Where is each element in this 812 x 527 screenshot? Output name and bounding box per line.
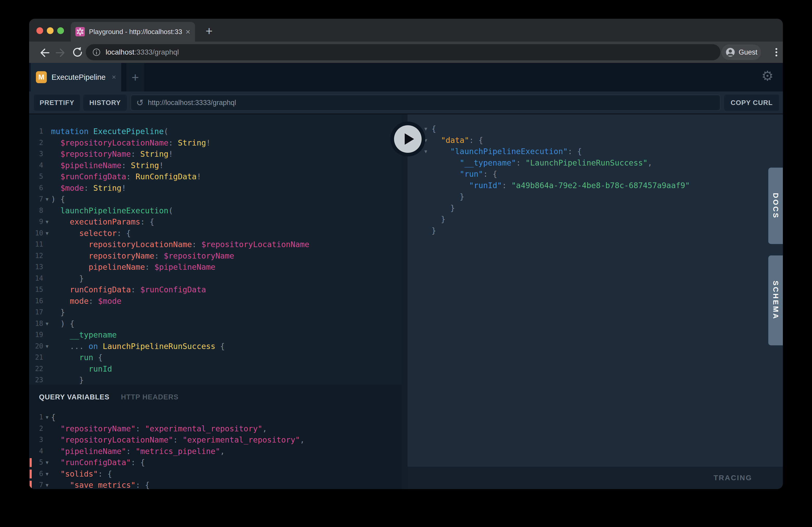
fold-spacer	[43, 423, 51, 435]
fold-spacer	[420, 225, 432, 237]
code-text: "repositoryName": "experimental_reposito…	[51, 423, 267, 435]
tab-http-headers[interactable]: HTTP HEADERS	[121, 393, 179, 401]
fold-arrow-icon[interactable]: ▾	[43, 341, 51, 352]
code-text: "launchPipelineExecution": {	[432, 146, 582, 157]
code-text: "run": {	[432, 168, 497, 180]
session-tab-close-icon[interactable]: ×	[112, 73, 116, 81]
line-number: 17	[31, 307, 43, 318]
code-line: 5 $runConfigData: RunConfigData!	[29, 171, 402, 182]
fold-spacer	[43, 171, 51, 182]
code-line: 6▾ "solids": {	[29, 468, 402, 480]
browser-tab[interactable]: Playground - http://localhost:33 ×	[71, 22, 195, 42]
site-info-icon[interactable]	[92, 48, 101, 57]
tab-schema[interactable]: SCHEMA	[768, 255, 783, 345]
fold-spacer	[43, 296, 51, 307]
code-line: 15 runConfigData: $runConfigData	[29, 284, 402, 296]
session-tab-executepipeline[interactable]: M ExecutePipeline ×	[31, 63, 121, 91]
fold-spacer	[43, 239, 51, 250]
line-number: 7	[31, 479, 43, 489]
fold-spacer	[43, 329, 51, 341]
history-button[interactable]: HISTORY	[83, 94, 127, 111]
traffic-light-close-button[interactable]	[37, 27, 43, 34]
pane-divider[interactable]	[402, 114, 408, 489]
line-number: 22	[31, 363, 43, 375]
fold-spacer	[43, 375, 51, 385]
code-text: "pipelineName": "metrics_pipeline",	[51, 446, 225, 457]
endpoint-input[interactable]: ↺ http://localhost:3333/graphql	[131, 94, 721, 111]
fold-spacer	[43, 363, 51, 375]
fold-spacer	[43, 307, 51, 318]
line-number: 14	[31, 273, 43, 284]
browser-new-tab-button[interactable]: +	[202, 24, 216, 39]
line-number: 11	[31, 239, 43, 250]
code-line: 4 $pipelineName: String!	[29, 160, 402, 171]
graphql-favicon-icon	[75, 27, 85, 36]
line-number: 1	[31, 126, 43, 137]
code-line: 4 "pipelineName": "metrics_pipeline",	[29, 446, 402, 457]
playground-toolbar: PRETTIFY HISTORY ↺ http://localhost:3333…	[29, 91, 783, 114]
code-line: 8 launchPipelineExecution(	[29, 205, 402, 216]
prettify-button[interactable]: PRETTIFY	[34, 94, 80, 111]
code-text: {	[51, 412, 56, 423]
profile-button[interactable]: Guest	[722, 44, 761, 60]
forward-icon[interactable]	[55, 46, 67, 59]
fold-arrow-icon[interactable]: ▾	[43, 412, 51, 423]
code-text: }	[432, 202, 455, 214]
tab-docs[interactable]: DOCS	[768, 168, 783, 244]
variables-editor[interactable]: 1▾{2 "repositoryName": "experimental_rep…	[29, 409, 402, 489]
error-marker	[30, 470, 32, 478]
code-line: 10▾ selector: {	[29, 228, 402, 239]
address-bar[interactable]: localhost:3333/graphql	[86, 44, 721, 60]
code-line: 20▾ ... on LaunchPipelineRunSuccess {	[29, 341, 402, 352]
code-text: run {	[51, 352, 103, 363]
code-line: 14 }	[29, 273, 402, 284]
fold-arrow-icon[interactable]: ▾	[43, 228, 51, 239]
fold-arrow-icon[interactable]: ▾	[43, 468, 51, 480]
browser-tab-close-icon[interactable]: ×	[186, 28, 190, 36]
code-text: repositoryLocationName: $repositoryLocat…	[51, 239, 309, 250]
fold-arrow-icon[interactable]: ▾	[43, 457, 51, 468]
browser-menu-icon[interactable]	[770, 46, 783, 59]
line-number: 2	[31, 137, 43, 149]
new-session-tab-button[interactable]: +	[126, 63, 144, 91]
line-number: 4	[31, 160, 43, 171]
tracing-footer: TRACING	[408, 467, 783, 489]
copy-curl-button[interactable]: COPY CURL	[724, 94, 779, 111]
line-number: 4	[31, 446, 43, 457]
query-editor[interactable]: 1mutation ExecutePipeline(2 $repositoryL…	[29, 114, 402, 385]
code-line: 2 "repositoryName": "experimental_reposi…	[29, 423, 402, 435]
query-pane: 1mutation ExecutePipeline(2 $repositoryL…	[29, 114, 402, 489]
code-text: "runId": "a49b864a-79e2-4be8-b78c-687457…	[432, 180, 690, 191]
error-marker	[30, 481, 32, 489]
code-text: "runConfigData": {	[51, 457, 145, 468]
reload-icon[interactable]	[71, 46, 84, 59]
code-text: }	[432, 214, 446, 225]
settings-gear-icon[interactable]: ⚙	[761, 68, 773, 84]
execute-button[interactable]	[390, 122, 425, 156]
tab-query-variables[interactable]: QUERY VARIABLES	[39, 393, 110, 401]
endpoint-history-icon[interactable]: ↺	[136, 97, 144, 108]
code-text: repositoryName: $repositoryName	[51, 250, 234, 262]
fold-arrow-icon[interactable]: ▾	[43, 194, 51, 205]
session-tabbar: M ExecutePipeline × + ⚙	[29, 63, 783, 91]
code-text: mode: $mode	[51, 296, 121, 307]
code-line: 23 }	[29, 375, 402, 385]
code-text: $repositoryLocationName: String!	[51, 137, 211, 149]
code-text: "repositoryLocationName": "experimental_…	[51, 434, 305, 446]
tracing-label[interactable]: TRACING	[713, 474, 752, 482]
fold-arrow-icon[interactable]: ▾	[43, 216, 51, 228]
traffic-light-minimize-button[interactable]	[47, 27, 54, 34]
code-text: $repositoryName: String!	[51, 148, 173, 160]
back-icon[interactable]	[38, 46, 50, 59]
endpoint-url: http://localhost:3333/graphql	[148, 99, 236, 107]
code-line: 21 run {	[29, 352, 402, 363]
code-line: 1mutation ExecutePipeline(	[29, 126, 402, 137]
code-text: }	[51, 307, 65, 318]
traffic-light-zoom-button[interactable]	[57, 27, 64, 34]
fold-arrow-icon[interactable]: ▾	[43, 479, 51, 489]
line-number: 6	[31, 182, 43, 194]
fold-arrow-icon[interactable]: ▾	[43, 318, 51, 330]
code-text: ) {	[51, 318, 74, 330]
line-number: 6	[31, 468, 43, 480]
fold-spacer	[420, 168, 432, 180]
